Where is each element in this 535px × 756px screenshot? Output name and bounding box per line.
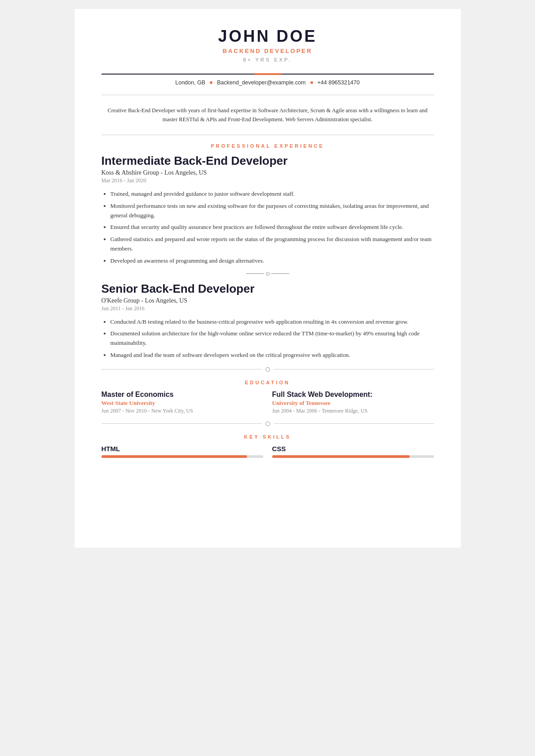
education-grid: Master of Economics West State Universit… [102, 391, 434, 414]
job-1-dates: Mar 2016 - Jan 2020 [102, 177, 434, 184]
education-section-header: EDUCATION [102, 380, 434, 385]
edu-2-school: University of Tennessee [272, 400, 434, 407]
edu-1: Master of Economics West State Universit… [102, 391, 263, 414]
skills-section-divider [102, 422, 434, 426]
job-2-title: Senior Back-End Developer [102, 282, 434, 296]
skill-2: CSS [272, 445, 434, 458]
summary-divider [102, 135, 434, 135]
contact-location: London, GB [175, 79, 205, 86]
skills-div-circle [265, 422, 270, 426]
edu-2-degree: Full Stack Web Development: [272, 391, 434, 399]
job-2-company: O'Keefe Group - Los Angeles, US [102, 297, 434, 304]
job-2-bullet-2: Documented solution architecture for the… [111, 329, 434, 348]
skill-2-bar-bg [272, 455, 434, 458]
job-1-bullet-3: Ensured that security and quality assura… [111, 223, 434, 232]
job-1-bullet-1: Trained, managed and provided guidance t… [111, 189, 434, 199]
sep-circle [266, 272, 270, 276]
job-1-bullet-5: Developed an awareness of programming an… [111, 256, 434, 266]
contact-phone: +44 8965321470 [318, 79, 360, 86]
education-section-divider [102, 367, 434, 372]
skill-1-name: HTML [102, 445, 263, 453]
contact-divider [102, 95, 434, 95]
skill-1-bar-fill [102, 455, 247, 458]
job-1-bullets: Trained, managed and provided guidance t… [102, 189, 434, 266]
edu-2-dates: Jun 2004 - Mar 2006 - Tennessee Ridge, U… [272, 408, 434, 414]
skill-2-bar-fill [272, 455, 410, 458]
job-1: Intermediate Back-End Developer Koss & A… [102, 154, 434, 266]
candidate-name: JOHN DOE [102, 27, 434, 46]
edu-1-location-sep: - [148, 408, 151, 414]
candidate-title: BACKEND DEVELOPER [102, 48, 434, 54]
edu-1-dates: Jun 2007 - Nov 2010 - New York City, US [102, 408, 263, 414]
experience-tag: 8+ YRS EXP. [102, 57, 434, 62]
job-1-bullet-4: Gathered statistics and prepared and wro… [111, 235, 434, 254]
divider-accent [254, 73, 281, 75]
skills-section-header: KEY SKILLS [102, 434, 434, 440]
job-1-bullet-2: Monitored performance tests on new and e… [111, 202, 434, 220]
summary-text: Creative Back-End Developer with years o… [102, 100, 434, 130]
job-2-bullet-1: Conducted A/B testing related to the bus… [111, 317, 434, 327]
divider-line-left [102, 74, 254, 75]
job-2-bullets: Conducted A/B testing related to the bus… [102, 317, 434, 360]
edu-1-school: West State University [102, 400, 263, 407]
sep-line-right [271, 273, 289, 274]
edu-div-circle [265, 367, 270, 372]
skills-div-line-left [102, 423, 262, 424]
job-2-dates: Jun 2011 - Jan 2016 [102, 305, 434, 312]
resume-container: JOHN DOE BACKEND DEVELOPER 8+ YRS EXP. L… [75, 9, 461, 548]
edu-div-line-left [102, 369, 262, 369]
edu-2-location-sep: - [318, 408, 322, 414]
contact-row: London, GB Backend_developer@example.com… [102, 75, 434, 90]
skills-grid: HTML CSS [102, 445, 434, 458]
dot-separator-2 [310, 81, 313, 84]
skill-1-bar-bg [102, 455, 263, 458]
divider-line-right [281, 74, 434, 75]
edu-div-line-right [274, 369, 434, 369]
dot-separator-1 [210, 81, 212, 84]
job-1-company: Koss & Abshire Group - Los Angeles, US [102, 169, 434, 176]
skill-2-name: CSS [272, 445, 434, 453]
header-section: JOHN DOE BACKEND DEVELOPER 8+ YRS EXP. [102, 27, 434, 68]
edu-1-degree: Master of Economics [102, 391, 263, 399]
sep-line-left [246, 273, 264, 274]
job-2-bullet-3: Managed and lead the team of software de… [111, 351, 434, 360]
contact-email: Backend_developer@example.com [217, 79, 306, 86]
skill-1: HTML [102, 445, 263, 458]
edu-2: Full Stack Web Development: University o… [272, 391, 434, 414]
job-1-title: Intermediate Back-End Developer [102, 154, 434, 168]
job-2: Senior Back-End Developer O'Keefe Group … [102, 282, 434, 360]
skills-div-line-right [274, 423, 434, 424]
experience-section-header: PROFESSIONAL EXPERIENCE [102, 143, 434, 149]
job-separator-1 [102, 272, 434, 276]
